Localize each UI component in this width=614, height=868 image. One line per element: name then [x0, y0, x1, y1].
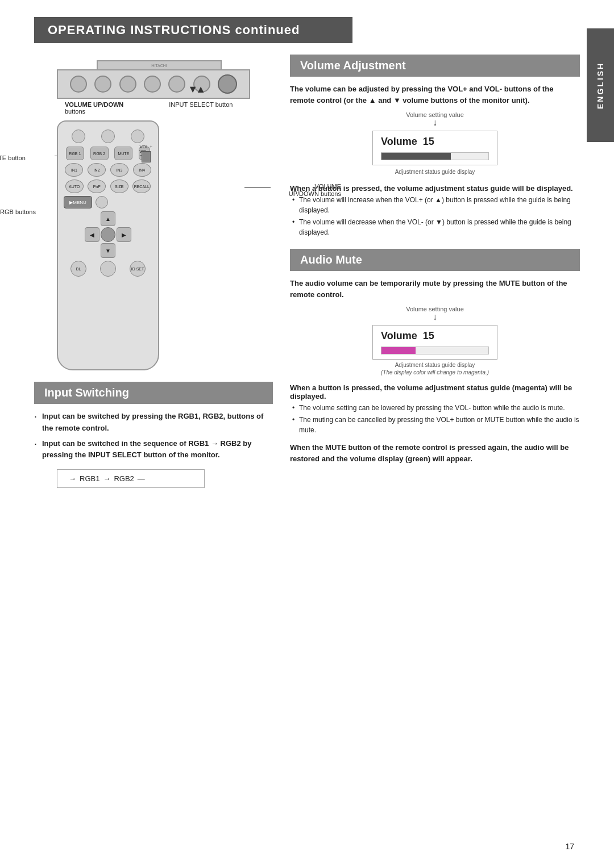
monitor-btn-5: [168, 76, 185, 93]
monitor-labels-row: VOLUME UP/DOWN buttons INPUT SELECT butt…: [57, 101, 250, 115]
remote-rgb1-btn[interactable]: RGB 1: [66, 147, 84, 160]
english-label: ENGLISH: [596, 61, 605, 108]
vol-plus-label: VOL +: [139, 144, 152, 150]
mute-volume-bar-container: [381, 347, 489, 354]
mute-volume-bar-fill-magenta: [381, 347, 416, 354]
volume-bar-fill: [381, 153, 451, 160]
audio-mute-bullet2: The muting can be cancelled by pressing …: [299, 415, 580, 435]
volume-number: 15: [423, 136, 434, 147]
remote-illustration-wrapper: MUTE button RGB buttons VOLUME UP/DOWN b…: [57, 120, 273, 370]
remote-mute-btn[interactable]: MUTE: [114, 147, 132, 160]
volume-display-value: Volume 15: [381, 136, 489, 148]
remote-in2-btn[interactable]: IN2: [88, 163, 106, 177]
volume-bar-container: [381, 152, 489, 160]
remote-vol-section: VOL +: [139, 144, 152, 162]
remote-bm-btn[interactable]: [100, 261, 116, 277]
remote-auto-btn[interactable]: AUTO: [65, 180, 84, 193]
right-column: Volume Adjustment The volume can be adju…: [290, 55, 580, 499]
remote-in1-btn[interactable]: IN1: [65, 163, 83, 177]
remote-size-btn[interactable]: SIZE: [110, 180, 128, 193]
remote-func-row: AUTO PnP SIZE RECALL: [64, 180, 152, 193]
remote-top-row: [64, 130, 152, 143]
audio-mute-final-heading: When the MUTE button of the remote contr…: [290, 442, 580, 464]
nav-right[interactable]: ▶: [117, 227, 131, 242]
english-sidebar: ENGLISH: [587, 28, 614, 142]
mute-volume-number: 15: [423, 330, 434, 341]
remote-btn-top3: [131, 130, 144, 143]
remote-vol-plus-btn: [142, 151, 151, 162]
remote-recall-btn[interactable]: RECALL: [132, 180, 151, 193]
remote-body: VOL + RGB 1 RGB 2 MUTE VOL − IN1 IN2: [57, 120, 159, 370]
volume-setting-label-area: Volume setting value ↓: [290, 111, 580, 127]
input-switching-bullet2: Input can be switched in the sequence of…: [34, 438, 273, 462]
mute-volume-display-box: Volume 15: [372, 325, 497, 360]
remote-rgb2-btn[interactable]: RGB 2: [90, 147, 109, 160]
nav-ok[interactable]: [101, 227, 115, 242]
remote-menu-row: ▶MENU: [64, 196, 152, 208]
flow-arrow-prefix: →: [69, 474, 76, 483]
audio-mute-bullets: When a button is pressed, the volume adj…: [290, 383, 580, 435]
mute-vol-arrow-indicator: ↓: [290, 312, 580, 322]
input-switching-bullet1-text: Input can be switched by pressing the RG…: [42, 412, 263, 432]
monitor-btn-4: [144, 76, 161, 93]
buttons-label: buttons: [65, 108, 123, 115]
audio-mute-description: The audio volume can be temporarily mute…: [290, 278, 580, 300]
volume-adjustment-header: Volume Adjustment: [290, 55, 580, 77]
audio-mute-bullet1: The volume setting can be lowered by pre…: [299, 403, 580, 413]
input-switching-bullet2-text: Input can be switched in the sequence of…: [42, 439, 251, 460]
volume-updown-label: VOLUME UP/DOWN: [65, 101, 123, 108]
page-number: 17: [565, 842, 574, 851]
header-text: OPERATING INSTRUCTIONS continued: [48, 23, 300, 37]
mute-adjustment-status-label: Adjustment status guide display: [290, 362, 580, 368]
mute-volume-label-text: Volume: [381, 330, 417, 341]
page-header: OPERATING INSTRUCTIONS continued: [34, 17, 352, 43]
remote-idset-btn[interactable]: ID SET: [130, 261, 146, 277]
monitor-btn-2: [94, 76, 111, 93]
nav-br: [117, 243, 131, 258]
monitor-body: ▼ ▲: [57, 69, 250, 99]
monitor-btn-1: [70, 76, 87, 93]
monitor-top-bar: HITACHI: [97, 60, 222, 69]
remote-btn-top2: [101, 130, 115, 143]
volume-display-box: Volume 15: [372, 131, 497, 165]
input-switching-bullet1: Input can be switched by pressing the RG…: [34, 411, 273, 435]
rgb-buttons-label: RGB buttons: [0, 208, 36, 215]
nav-tr: [117, 211, 131, 226]
audio-mute-header: Audio Mute: [290, 249, 580, 271]
flow-arrow1: →: [103, 474, 110, 483]
nav-left[interactable]: ◀: [85, 227, 99, 242]
page-container: ENGLISH OPERATING INSTRUCTIONS continued…: [0, 0, 614, 868]
input-select-label: INPUT SELECT button: [169, 101, 233, 108]
nav-up[interactable]: ▲: [101, 211, 115, 226]
input-select-group: INPUT SELECT button: [169, 101, 233, 115]
monitor-btn-3: [119, 76, 136, 93]
vol-line: [244, 187, 271, 188]
volume-label-text: Volume: [381, 136, 417, 147]
monitor-select-btn: [218, 74, 237, 94]
volume-bullet2: The volume will decrease when the VOL- (…: [299, 217, 580, 237]
flow-arrow-suffix: —: [138, 474, 145, 483]
nav-tl: [85, 211, 99, 226]
volume-label-remote: VOLUME: [315, 183, 341, 190]
volume-adjustment-section: Volume Adjustment The volume can be adju…: [290, 55, 580, 237]
remote-side-btn[interactable]: [96, 196, 108, 208]
remote-pnp-btn[interactable]: PnP: [88, 180, 106, 193]
nav-down[interactable]: ▼: [101, 243, 115, 258]
mute-volume-setting-label-area: Volume setting value ↓: [290, 306, 580, 322]
remote-in3-btn[interactable]: IN3: [110, 163, 128, 177]
flow-label1: RGB1: [80, 474, 99, 483]
volume-updown-group: VOLUME UP/DOWN buttons: [65, 101, 123, 115]
remote-bl-btn[interactable]: BL: [70, 261, 86, 277]
remote-in4-btn[interactable]: IN4: [133, 163, 151, 177]
mute-adjustment-status-label2: (The display color will change to magent…: [290, 369, 580, 375]
audio-mute-bullet-heading: When a button is pressed, the volume adj…: [290, 383, 580, 400]
mute-volume-display-value: Volume 15: [381, 330, 489, 342]
volume-adjustment-description: The volume can be adjusted by pressing t…: [290, 84, 580, 106]
input-switching-header: Input Switching: [34, 382, 273, 404]
main-content: HITACHI ▼ ▲ VOL: [34, 55, 580, 499]
remote-in-row: IN1 IN2 IN3 IN4: [64, 163, 152, 177]
input-switching-section: Input Switching Input can be switched by…: [34, 382, 273, 488]
flow-label2: RGB2: [114, 474, 134, 483]
remote-menu-btn[interactable]: ▶MENU: [64, 196, 92, 208]
remote-nav-cross: ▲ ◀ ▶ ▼: [85, 211, 131, 258]
